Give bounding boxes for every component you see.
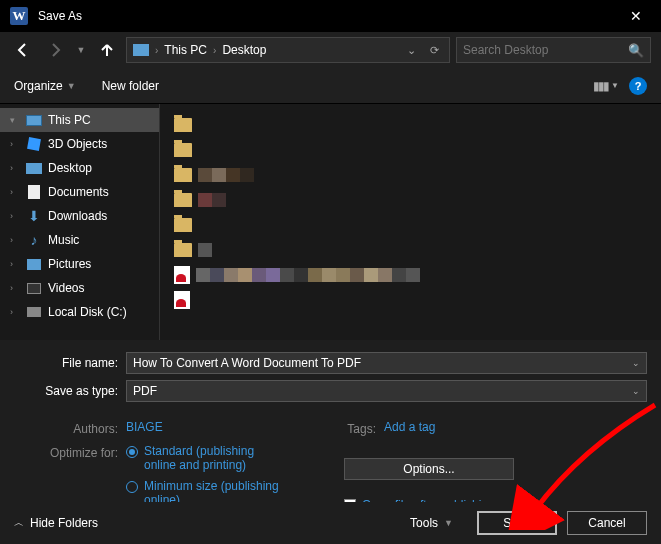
- address-bar[interactable]: › This PC › Desktop ⌄ ⟳: [126, 37, 450, 63]
- tree-downloads[interactable]: ›⬇Downloads: [0, 204, 159, 228]
- file-list[interactable]: [160, 104, 661, 340]
- filename-label: File name:: [14, 356, 126, 370]
- music-icon: ♪: [26, 233, 42, 247]
- optimize-label: Optimize for:: [14, 444, 126, 460]
- folder-icon: [174, 243, 192, 257]
- list-item[interactable]: [174, 214, 647, 236]
- radio-standard[interactable]: Standard (publishing online and printing…: [126, 444, 284, 473]
- search-icon[interactable]: 🔍: [628, 43, 644, 58]
- back-button[interactable]: [10, 37, 36, 63]
- tree-music[interactable]: ›♪Music: [0, 228, 159, 252]
- tree-local-disk[interactable]: ›Local Disk (C:): [0, 300, 159, 324]
- folder-icon: [174, 193, 192, 207]
- nav-bar: ▼ › This PC › Desktop ⌄ ⟳ 🔍: [0, 32, 661, 68]
- list-item[interactable]: [174, 139, 647, 161]
- filename-input[interactable]: How To Convert A Word Document To PDF⌄: [126, 352, 647, 374]
- hide-folders-button[interactable]: ︿Hide Folders: [14, 516, 98, 530]
- breadcrumb-location[interactable]: Desktop: [222, 43, 266, 57]
- chevron-right-icon: ›: [213, 45, 216, 56]
- radio-icon: [126, 446, 138, 458]
- list-item[interactable]: [174, 164, 647, 186]
- tools-dropdown[interactable]: Tools▼: [410, 516, 453, 530]
- tree-pictures[interactable]: ›Pictures: [0, 252, 159, 276]
- title-bar: W Save As ✕: [0, 0, 661, 32]
- new-folder-button[interactable]: New folder: [102, 79, 159, 93]
- folder-icon: [174, 218, 192, 232]
- search-input[interactable]: [463, 43, 622, 57]
- download-icon: ⬇: [26, 209, 42, 223]
- list-item[interactable]: [174, 264, 647, 286]
- help-icon[interactable]: ?: [629, 77, 647, 95]
- chevron-down-icon: ⌄: [632, 358, 640, 368]
- radio-icon: [126, 481, 138, 493]
- chevron-up-icon: ︿: [14, 516, 24, 530]
- search-box[interactable]: 🔍: [456, 37, 651, 63]
- word-app-icon: W: [10, 7, 28, 25]
- options-button[interactable]: Options...: [344, 458, 514, 480]
- tags-label: Tags:: [344, 420, 384, 436]
- folder-icon: [174, 118, 192, 132]
- address-dropdown-icon[interactable]: ⌄: [403, 44, 420, 57]
- authors-label: Authors:: [14, 420, 126, 436]
- tree-documents[interactable]: ›Documents: [0, 180, 159, 204]
- tree-3d-objects[interactable]: ›3D Objects: [0, 132, 159, 156]
- tree-videos[interactable]: ›Videos: [0, 276, 159, 300]
- list-item[interactable]: [174, 189, 647, 211]
- savetype-label: Save as type:: [14, 384, 126, 398]
- location-icon: [133, 44, 149, 56]
- cancel-button[interactable]: Cancel: [567, 511, 647, 535]
- breadcrumb-pc[interactable]: This PC: [164, 43, 207, 57]
- tree-desktop[interactable]: ›Desktop: [0, 156, 159, 180]
- recent-dropdown[interactable]: ▼: [74, 37, 88, 63]
- list-item[interactable]: [174, 114, 647, 136]
- chevron-down-icon: ⌄: [632, 386, 640, 396]
- close-icon[interactable]: ✕: [621, 8, 651, 24]
- chevron-right-icon: ›: [155, 45, 158, 56]
- metadata-section: Authors: BIAGE Optimize for: Standard (p…: [0, 416, 661, 512]
- pdf-icon: [174, 291, 190, 309]
- form-section: File name: How To Convert A Word Documen…: [0, 340, 661, 416]
- tree-this-pc[interactable]: ▾This PC: [0, 108, 159, 132]
- forward-button[interactable]: [42, 37, 68, 63]
- folder-tree: ▾This PC ›3D Objects ›Desktop ›Documents…: [0, 104, 160, 340]
- up-button[interactable]: [94, 37, 120, 63]
- folder-icon: [174, 143, 192, 157]
- footer-bar: ︿Hide Folders Tools▼ Save Cancel: [0, 502, 661, 544]
- dialog-title: Save As: [38, 9, 621, 23]
- tags-value[interactable]: Add a tag: [384, 420, 435, 434]
- list-item[interactable]: [174, 289, 647, 311]
- list-item[interactable]: [174, 239, 647, 261]
- organize-button[interactable]: Organize▼: [14, 79, 76, 93]
- authors-value[interactable]: BIAGE: [126, 420, 163, 434]
- pdf-icon: [174, 266, 190, 284]
- save-button[interactable]: Save: [477, 511, 557, 535]
- toolbar: Organize▼ New folder ▮▮▮ ▼ ?: [0, 68, 661, 104]
- refresh-icon[interactable]: ⟳: [426, 44, 443, 57]
- savetype-select[interactable]: PDF⌄: [126, 380, 647, 402]
- view-button[interactable]: ▮▮▮ ▼: [593, 79, 619, 93]
- folder-icon: [174, 168, 192, 182]
